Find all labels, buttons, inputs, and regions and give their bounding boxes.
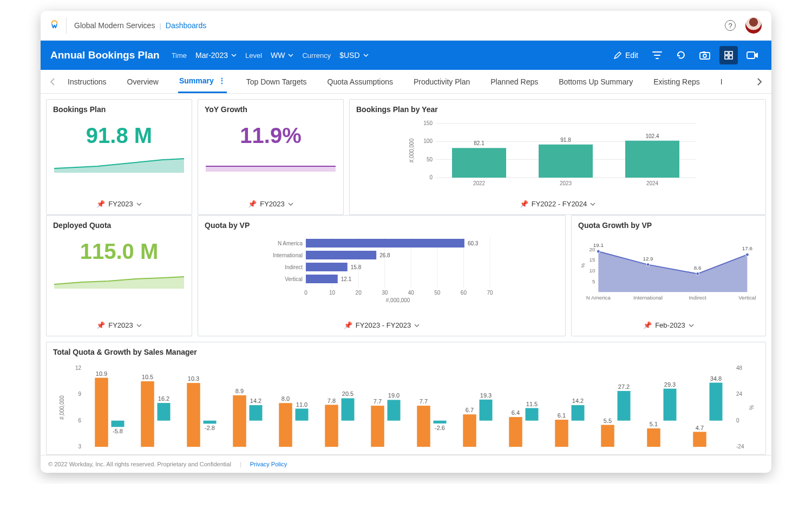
svg-text:-5.8: -5.8 [113, 428, 123, 434]
svg-rect-6 [729, 56, 732, 59]
pencil-icon [613, 51, 622, 60]
svg-text:48: 48 [736, 365, 743, 371]
svg-rect-51 [306, 263, 348, 271]
svg-rect-147 [664, 389, 677, 421]
tab-quota-assumptions[interactable]: Quota Assumptions [326, 70, 394, 93]
card-period-selector[interactable]: 📌FY2022 - FY2024 [350, 194, 765, 214]
svg-rect-5 [725, 56, 728, 59]
present-icon[interactable] [743, 46, 762, 64]
card-period-selector[interactable]: 📌FY2023 - FY2023 [198, 316, 565, 336]
svg-text:50: 50 [427, 157, 433, 162]
quota-growth-chart: 5101520%19.1N America12.9International8.… [578, 234, 759, 310]
tab-summary[interactable]: Summary⋮ [178, 70, 227, 93]
svg-rect-95 [187, 383, 200, 447]
workday-logo[interactable] [50, 17, 67, 34]
svg-rect-54 [306, 275, 338, 283]
grid-view-icon[interactable] [719, 46, 738, 64]
tab-i[interactable]: I [719, 70, 724, 93]
svg-text:70: 70 [487, 290, 493, 296]
svg-text:7.7: 7.7 [374, 398, 382, 405]
filter-currency-value[interactable]: $USD [339, 51, 368, 60]
tab-overview[interactable]: Overview [126, 70, 160, 93]
card-period-selector[interactable]: 📌FY2023 [198, 194, 343, 214]
tab-instructions[interactable]: Instructions [67, 70, 108, 93]
svg-text:20: 20 [356, 290, 362, 296]
svg-text:60: 60 [461, 290, 467, 296]
svg-rect-105 [279, 403, 292, 447]
svg-rect-117 [388, 400, 401, 420]
svg-text:Vertical: Vertical [285, 276, 303, 282]
svg-rect-125 [463, 414, 476, 447]
svg-rect-135 [555, 420, 568, 447]
svg-rect-90 [141, 381, 154, 447]
card-period-selector[interactable]: 📌FY2023 [47, 316, 192, 336]
avatar[interactable] [745, 17, 762, 34]
tab-options-icon[interactable]: ⋮ [218, 76, 226, 85]
chevron-down-icon [136, 202, 142, 206]
camera-icon[interactable] [696, 46, 714, 64]
svg-text:6.7: 6.7 [466, 407, 474, 413]
filter-bar: Annual Bookings Plan Time Mar-2023 Level… [41, 41, 771, 70]
page-title: Annual Bookings Plan [50, 49, 160, 61]
svg-point-71 [745, 253, 749, 256]
filter-level-value[interactable]: WW [271, 51, 293, 60]
card-title: Bookings Plan by Year [350, 100, 765, 116]
svg-rect-22 [539, 145, 593, 178]
tab-existing-reps[interactable]: Existing Reps [652, 70, 701, 93]
svg-text:2022: 2022 [473, 180, 486, 186]
svg-text:29.3: 29.3 [664, 381, 676, 388]
card-period-selector[interactable]: 📌Feb-2023 [572, 316, 765, 336]
edit-button[interactable]: Edit [609, 48, 643, 63]
chevron-down-icon [689, 323, 694, 328]
help-icon[interactable]: ? [725, 20, 736, 31]
refresh-icon[interactable] [672, 46, 690, 64]
filter-time-label: Time [172, 51, 187, 60]
svg-text:-24: -24 [736, 444, 744, 450]
filter-time-value[interactable]: Mar-2023 [195, 51, 237, 60]
svg-rect-7 [747, 52, 755, 58]
tab-planned-reps[interactable]: Planned Reps [489, 70, 539, 93]
svg-text:11.0: 11.0 [296, 401, 307, 408]
svg-point-1 [703, 54, 706, 57]
tab-bottoms-up-summary[interactable]: Bottoms Up Summary [558, 70, 634, 93]
svg-text:5: 5 [592, 278, 595, 284]
svg-text:15.8: 15.8 [351, 264, 362, 270]
svg-text:26.8: 26.8 [379, 252, 390, 258]
pin-icon: 📌 [643, 321, 652, 329]
filter-icon[interactable] [648, 46, 666, 64]
svg-rect-85 [95, 378, 108, 447]
svg-text:%: % [749, 405, 755, 410]
svg-rect-142 [618, 391, 631, 421]
svg-text:Indirect: Indirect [689, 295, 706, 301]
breadcrumb-dashboards[interactable]: Dashboards [166, 21, 207, 30]
svg-text:27.2: 27.2 [618, 383, 630, 390]
svg-text:17.6: 17.6 [742, 245, 753, 251]
svg-text:16.2: 16.2 [158, 395, 169, 402]
svg-text:6.4: 6.4 [512, 409, 520, 416]
filter-currency-label: Currency [302, 51, 331, 60]
svg-text:34.8: 34.8 [710, 375, 722, 382]
pin-icon: 📌 [248, 200, 257, 208]
tab-top-down-targets[interactable]: Top Down Targets [245, 70, 308, 93]
card-bookings-plan: Bookings Plan 91.8 M 📌FY2023 [46, 99, 192, 215]
svg-rect-100 [233, 395, 246, 447]
privacy-link[interactable]: Privacy Policy [250, 461, 287, 467]
pin-icon: 📌 [96, 321, 105, 329]
card-quota-growth-vp: Quota Growth by VP 5101520%19.1N America… [571, 215, 766, 336]
svg-rect-120 [417, 406, 430, 447]
filter-level-label: Level [245, 51, 262, 60]
svg-text:20.5: 20.5 [342, 390, 353, 397]
svg-text:82.1: 82.1 [474, 140, 484, 146]
card-period-selector[interactable]: 📌FY2023 [47, 194, 192, 214]
tab-scroll-left[interactable] [45, 74, 60, 89]
svg-text:10: 10 [590, 268, 595, 273]
tab-productivity-plan[interactable]: Productivity Plan [412, 70, 471, 93]
svg-rect-107 [296, 409, 309, 421]
tab-scroll-right[interactable] [752, 74, 767, 89]
svg-rect-2 [703, 51, 705, 53]
copyright: © 2022 Workday, Inc. All rights reserved… [48, 461, 231, 467]
chevron-down-icon [288, 53, 293, 57]
svg-text:0: 0 [736, 418, 739, 424]
svg-rect-115 [371, 406, 384, 447]
svg-rect-45 [306, 239, 464, 248]
